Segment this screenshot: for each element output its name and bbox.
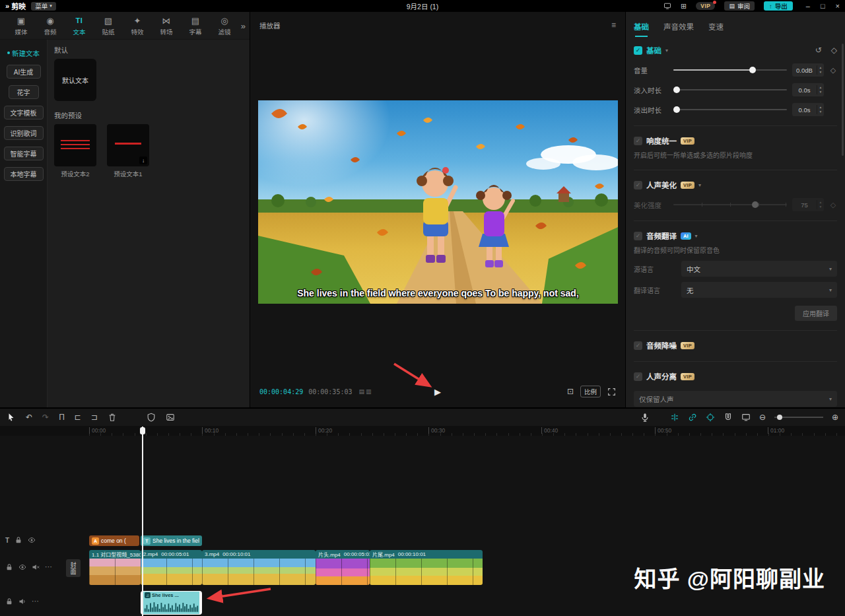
collapse-icon[interactable]: ▾ — [695, 233, 698, 239]
tabbar-expand-icon[interactable]: » — [241, 21, 246, 31]
player-menu-icon[interactable]: ≡ — [611, 20, 616, 30]
fade-out-slider-knob[interactable] — [673, 106, 680, 113]
download-icon[interactable]: ↓ — [139, 156, 147, 164]
mainline-icon[interactable] — [741, 413, 751, 422]
sidebar-item-new-text[interactable]: 新建文本 — [7, 48, 40, 58]
video-clip[interactable]: 片尾.mp400:00:10:01 — [370, 550, 483, 585]
tab-speed[interactable]: 变速 — [708, 21, 724, 32]
volume-slider[interactable] — [673, 65, 787, 75]
mask-icon[interactable] — [147, 413, 156, 422]
sidebar-item-auto-captions[interactable]: 智能字幕 — [4, 147, 44, 160]
collapse-icon[interactable]: ▾ — [665, 48, 668, 53]
sidebar-item-local-captions[interactable]: 本地字幕 — [4, 167, 44, 181]
delete-right-icon[interactable]: ⊐ — [91, 413, 98, 421]
mute-icon[interactable] — [32, 563, 40, 571]
text-clip[interactable]: T She lives in the fiel — [141, 535, 202, 546]
playhead-handle[interactable] — [140, 427, 145, 434]
fade-in-slider-knob[interactable] — [673, 86, 680, 93]
stepper[interactable]: ▴▾ — [817, 65, 824, 74]
layout-icon[interactable]: ⊞ — [681, 3, 687, 10]
audio-clip-selected[interactable]: ♫ She lives ... — [141, 591, 202, 615]
record-audio-icon[interactable] — [640, 413, 650, 422]
vocal-separate-select[interactable]: 仅保留人声 ▾ — [634, 391, 837, 407]
subtitle-list-icons[interactable]: ▤▥ — [358, 388, 372, 395]
source-language-select[interactable]: 中文 ▾ — [681, 261, 837, 277]
tab-media[interactable]: ▣ 媒体 — [7, 16, 36, 36]
sidebar-item-text-template[interactable]: 文字模板 — [4, 106, 44, 120]
sidebar-item-lyrics-recognition[interactable]: 识别歌词 — [4, 126, 44, 140]
close-button[interactable]: × — [836, 2, 840, 10]
tab-sound-effects[interactable]: 声音效果 — [663, 21, 694, 32]
basic-checkbox[interactable] — [634, 46, 642, 55]
tab-effects[interactable]: ✦ 特效 — [123, 16, 152, 36]
menu-button[interactable]: 菜单 ▾ — [31, 2, 56, 11]
maximize-button[interactable]: □ — [821, 2, 825, 10]
beautify-strength-value-box[interactable]: 75 ▴▾ — [792, 198, 824, 211]
fit-frame-icon[interactable]: ⊡ — [567, 387, 574, 396]
eye-icon[interactable] — [28, 536, 36, 544]
playhead[interactable] — [142, 427, 143, 616]
speaker-icon[interactable] — [18, 598, 26, 605]
fade-in-value-box[interactable]: 0.0s ▴▾ — [792, 83, 824, 96]
eye-icon[interactable] — [18, 563, 26, 571]
keyframe-diamond-icon[interactable]: ◇ — [831, 46, 837, 55]
target-language-select[interactable]: 无 ▾ — [681, 282, 837, 298]
video-clip[interactable]: 2.mp400:00:05:01 — [141, 550, 202, 585]
video-clip[interactable]: 3.mp400:00:10:01 — [202, 550, 316, 585]
video-clip[interactable]: 1.1 对口型视频_5380 — [89, 550, 141, 585]
tab-basic[interactable]: 基础 — [634, 21, 649, 32]
zoom-slider-knob[interactable] — [777, 415, 782, 420]
loudness-checkbox[interactable] — [634, 137, 642, 145]
tab-transition[interactable]: ⋈ 转场 — [152, 16, 181, 36]
preview-axis-icon[interactable] — [706, 413, 715, 422]
delete-left-icon[interactable]: ⊏ — [75, 413, 81, 421]
fade-in-slider[interactable] — [673, 85, 787, 94]
stepper[interactable]: ▴▾ — [817, 105, 824, 114]
tab-audio[interactable]: ◉ 音频 — [36, 16, 65, 36]
ratio-button[interactable]: 比例 — [580, 386, 601, 397]
audio-translate-checkbox[interactable] — [634, 232, 642, 240]
more-icon[interactable]: ⋯ — [45, 563, 53, 571]
lock-icon[interactable] — [5, 563, 13, 571]
zoom-out-icon[interactable]: ⊖ — [759, 413, 766, 422]
more-icon[interactable]: ⋯ — [32, 597, 40, 605]
beautify-strength-knob[interactable] — [752, 201, 759, 208]
lock-icon[interactable] — [5, 598, 13, 605]
select-tool-icon[interactable] — [7, 413, 16, 422]
stepper[interactable]: ▴▾ — [817, 200, 824, 209]
tab-filters[interactable]: ◎ 滤镜 — [210, 16, 239, 36]
delete-icon[interactable] — [108, 413, 117, 422]
default-text-tile[interactable]: 默认文本 — [54, 59, 96, 101]
sidebar-item-ai-generate[interactable]: AI生成 — [7, 65, 41, 79]
voice-beautify-checkbox[interactable] — [634, 181, 642, 189]
video-clip[interactable]: 片头.mp400:00:05:01 — [316, 550, 370, 585]
tab-text[interactable]: TI 文本 — [65, 16, 94, 36]
volume-slider-knob[interactable] — [749, 67, 756, 73]
timeline-zoom-slider[interactable] — [774, 414, 823, 421]
vip-badge[interactable]: VIP — [696, 2, 715, 10]
preset-tile[interactable]: ↓ 预设文本1 — [107, 124, 149, 178]
export-button[interactable]: ↑ 导出 — [764, 1, 793, 11]
beautify-keyframe-icon[interactable]: ◇ — [829, 201, 837, 209]
sidebar-item-fancy-text[interactable]: 花字 — [9, 85, 39, 99]
beautify-strength-slider[interactable] — [673, 200, 787, 209]
timeline-ruler[interactable]: 00:00 00:10 00:20 00:30 00:40 00:50 01:0… — [0, 426, 845, 436]
play-button[interactable]: ▶ — [434, 387, 441, 397]
preset-tile[interactable]: 预设文本2 — [54, 124, 96, 178]
apply-translate-button[interactable]: 应用翻译 — [795, 306, 837, 321]
minimize-button[interactable]: – — [806, 2, 810, 10]
sticker-overlay-icon[interactable] — [166, 413, 175, 422]
cover-button[interactable]: 封面 — [66, 559, 81, 577]
tab-sticker[interactable]: ▧ 贴纸 — [94, 16, 123, 36]
review-button[interactable]: ▤ 审阅 — [724, 1, 755, 11]
reset-icon[interactable]: ↺ — [815, 46, 822, 55]
cast-icon[interactable] — [663, 2, 671, 10]
link-toggle-icon[interactable] — [688, 413, 697, 422]
fade-out-slider[interactable] — [673, 105, 787, 114]
tab-captions[interactable]: ▤ 字幕 — [181, 16, 210, 36]
denoise-checkbox[interactable] — [634, 341, 642, 350]
split-icon[interactable]: Π — [59, 413, 65, 421]
snap-toggle-icon[interactable] — [670, 413, 679, 422]
stepper[interactable]: ▴▾ — [817, 85, 824, 94]
fade-out-value-box[interactable]: 0.0s ▴▾ — [792, 103, 824, 116]
